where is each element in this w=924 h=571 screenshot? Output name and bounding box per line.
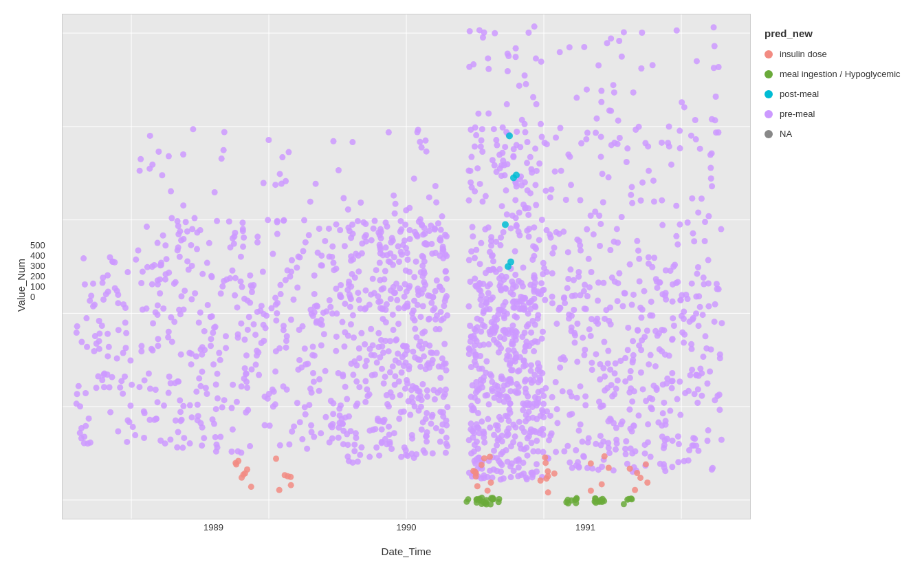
svg-point-181: [175, 218, 181, 224]
svg-point-254: [180, 403, 186, 409]
svg-point-1756: [595, 298, 601, 304]
svg-point-2004: [397, 286, 403, 292]
svg-point-1791: [605, 440, 611, 446]
svg-point-1042: [532, 244, 538, 250]
svg-point-1543: [576, 427, 582, 433]
svg-point-1353: [472, 283, 478, 289]
svg-point-1291: [513, 45, 519, 52]
svg-point-1524: [668, 162, 674, 168]
svg-point-1754: [619, 303, 626, 309]
x-axis: 1989 1990 1991: [62, 522, 751, 543]
svg-point-101: [218, 290, 224, 297]
svg-point-741: [439, 421, 446, 427]
svg-point-1129: [487, 371, 494, 378]
svg-point-2037: [421, 270, 428, 277]
svg-point-1316: [476, 430, 483, 436]
svg-point-2019: [441, 341, 448, 347]
svg-point-338: [329, 254, 335, 260]
svg-point-1286: [472, 352, 478, 358]
svg-point-1104: [470, 233, 476, 239]
svg-point-1810: [670, 263, 676, 270]
svg-point-668: [443, 450, 449, 456]
svg-point-340: [166, 270, 172, 276]
svg-point-145: [262, 422, 268, 429]
svg-point-126: [234, 399, 240, 405]
svg-point-899: [477, 261, 483, 267]
svg-point-300: [316, 388, 322, 394]
svg-point-2089: [542, 460, 549, 466]
svg-point-298: [249, 367, 255, 373]
svg-point-1424: [586, 326, 593, 332]
svg-point-335: [206, 240, 212, 246]
svg-point-1364: [694, 270, 700, 277]
svg-point-1916: [116, 327, 122, 333]
svg-point-2055: [406, 366, 412, 372]
svg-point-1783: [697, 366, 703, 372]
svg-point-1812: [609, 393, 615, 399]
svg-point-141: [311, 291, 318, 297]
svg-point-1308: [509, 341, 515, 347]
svg-point-290: [166, 153, 172, 160]
svg-point-98: [157, 290, 163, 297]
svg-point-1416: [646, 361, 652, 367]
svg-point-547: [415, 127, 421, 133]
svg-point-1068: [487, 424, 493, 431]
svg-point-1025: [520, 265, 527, 271]
svg-point-403: [231, 241, 237, 247]
svg-point-1830: [711, 65, 717, 71]
svg-point-1237: [516, 228, 522, 235]
svg-point-12: [174, 444, 180, 451]
svg-point-1539: [650, 383, 657, 389]
svg-point-241: [311, 310, 318, 316]
svg-point-2098: [643, 461, 649, 467]
svg-point-1397: [589, 367, 595, 373]
svg-point-792: [472, 144, 478, 150]
svg-point-1452: [697, 146, 703, 152]
svg-point-1126: [508, 225, 514, 231]
svg-point-1166: [498, 345, 504, 352]
svg-point-1307: [503, 299, 509, 305]
svg-point-249: [283, 178, 289, 184]
svg-point-1408: [670, 315, 676, 321]
svg-point-343: [239, 283, 245, 290]
svg-point-1894: [117, 385, 123, 391]
svg-point-1195: [482, 226, 488, 233]
svg-point-544: [356, 384, 362, 390]
svg-point-648: [415, 233, 421, 239]
svg-point-1018: [491, 126, 497, 132]
svg-point-1718: [679, 313, 685, 319]
svg-point-1359: [508, 380, 514, 386]
svg-point-166: [288, 316, 294, 323]
svg-point-2067: [233, 461, 239, 467]
svg-point-1283: [507, 388, 514, 394]
svg-point-1570: [670, 299, 676, 305]
svg-point-1674: [607, 367, 613, 373]
svg-point-1933: [81, 440, 87, 446]
svg-point-350: [144, 264, 151, 270]
svg-point-1999: [419, 381, 426, 387]
svg-point-291: [274, 231, 280, 237]
svg-point-121: [199, 271, 206, 277]
svg-point-756: [336, 424, 342, 431]
chart-main: 1989 1990 1991 Date_Time pred_new insuli…: [62, 14, 909, 557]
svg-point-267: [190, 126, 196, 132]
svg-point-1163: [502, 172, 508, 178]
svg-point-1973: [380, 285, 386, 291]
svg-point-289: [280, 323, 287, 329]
svg-point-2086: [543, 475, 549, 482]
svg-point-1834: [556, 230, 562, 237]
svg-point-2052: [425, 292, 431, 299]
svg-point-1273: [535, 360, 541, 367]
svg-point-1852: [667, 408, 673, 414]
svg-point-1657: [700, 354, 706, 360]
svg-point-266: [274, 218, 280, 224]
svg-point-658: [366, 427, 373, 433]
svg-point-409: [164, 256, 170, 262]
svg-point-219: [311, 378, 317, 385]
svg-point-1318: [492, 30, 498, 36]
svg-point-578: [392, 211, 398, 217]
svg-point-759: [379, 343, 385, 349]
svg-point-1730: [669, 464, 675, 470]
svg-point-1799: [632, 127, 639, 133]
svg-point-228: [196, 319, 202, 325]
